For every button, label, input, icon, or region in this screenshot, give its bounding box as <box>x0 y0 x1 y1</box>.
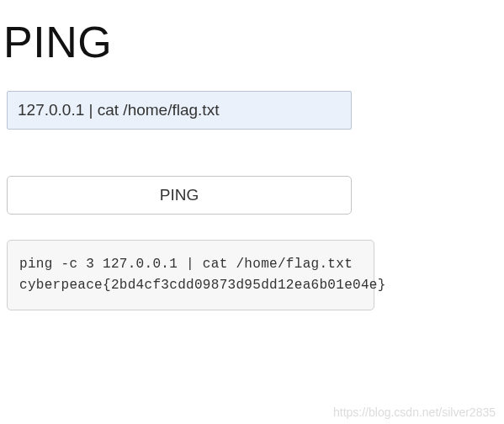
command-output: ping -c 3 127.0.0.1 | cat /home/flag.txt… <box>7 240 374 310</box>
spacer <box>7 130 497 176</box>
ping-button[interactable]: PING <box>7 176 352 215</box>
spacer <box>7 215 497 240</box>
ip-input[interactable] <box>7 91 352 130</box>
watermark-text: https://blog.csdn.net/silver2835 <box>333 405 496 419</box>
page-title: PING <box>3 17 497 67</box>
